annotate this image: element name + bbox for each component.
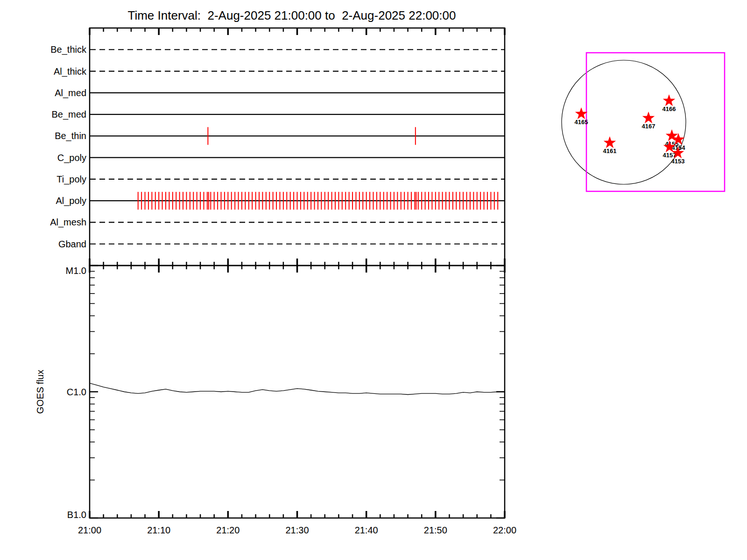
filter-row-label-C_poly: C_poly [57,153,86,163]
xrt-flare-monitor-screen: Time Interval: 2-Aug-2025 21:00:00 to 2-… [0,0,747,560]
goes-flux-curve [90,383,505,394]
goes-x-tick-label: 22:00 [493,525,516,535]
filter-row-label-Al_mesh: Al_mesh [50,217,86,228]
goes-y-axis-title: GOES flux [35,370,45,413]
timeline-frame [90,28,505,266]
active-region-label-4161: 4161 [603,147,617,154]
active-region-star-4165 [575,107,588,119]
active-region-label-4167: 4167 [642,123,655,130]
goes-y-tick-label: C1.0 [67,387,86,397]
goes-y-tick-label: M1.0 [66,266,86,276]
filter-row-label-Be_med: Be_med [52,109,87,120]
chart-title: Time Interval: 2-Aug-2025 21:00:00 to 2-… [128,8,456,22]
goes-x-tick-label: 21:40 [355,525,378,535]
goes-frame [90,266,505,518]
goes-x-tick-label: 21:30 [285,525,309,535]
active-region-label-4165: 4165 [575,119,588,126]
active-region-star-4166 [663,94,676,106]
fov-box [586,53,725,191]
goes-x-tick-label: 21:20 [216,525,240,535]
goes-x-tick-label: 21:50 [424,525,447,535]
filter-row-label-Be_thin: Be_thin [55,131,86,141]
goes-y-tick-label: B1.0 [67,510,86,520]
goes-x-tick-label: 21:00 [78,525,101,535]
active-region-label-4153: 4153 [671,158,685,165]
filter-row-label-Al_poly: Al_poly [56,196,86,206]
active-region-label-4166: 4166 [662,105,676,112]
plot-canvas: Time Interval: 2-Aug-2025 21:00:00 to 2-… [0,0,747,560]
active-region-star-4167 [642,112,655,123]
filter-row-label-Be_thick: Be_thick [50,44,87,55]
goes-x-tick-label: 21:10 [147,525,170,535]
filter-row-label-Ti_poly: Ti_poly [56,174,86,185]
active-region-star-4161 [604,136,616,148]
filter-row-label-Al_med: Al_med [55,88,86,98]
filter-row-label-Gband: Gband [58,239,86,249]
filter-row-label-Al_thick: Al_thick [54,66,87,77]
